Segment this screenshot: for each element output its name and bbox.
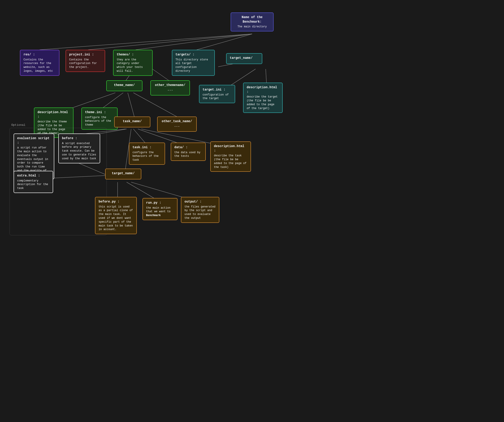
optional-label: Optional [11, 123, 25, 127]
data-node: data/ : the data used by the tests [171, 143, 206, 161]
before-py-node: before.py : this script is used as a par… [95, 197, 137, 234]
project-ini-node: project.ini : Contains the configuration… [66, 50, 105, 72]
before-node: before : A script executed before any pr… [58, 134, 100, 163]
desc-task-node: description.html : describe the task (th… [210, 141, 251, 172]
themes-node: themes/ : they are the category under wh… [113, 50, 153, 76]
res-node: res/ : Contains the resources for the we… [20, 50, 60, 76]
svg-line-11 [128, 93, 135, 118]
svg-line-21 [131, 182, 186, 198]
targets-node: targets/ : This directory store all targ… [172, 50, 215, 76]
svg-line-2 [136, 34, 252, 50]
theme-name-node: theme_name/ [106, 80, 143, 91]
other-task-name-node: other_task_name/ ... [157, 116, 197, 132]
svg-line-20 [127, 182, 154, 198]
svg-line-1 [88, 34, 252, 50]
svg-line-0 [40, 34, 252, 50]
theme-ini-node: theme.ini : configure the behaviors of t… [81, 107, 118, 130]
svg-line-9 [70, 93, 115, 109]
svg-line-12 [133, 93, 179, 118]
svg-line-3 [197, 34, 252, 50]
other-theme-name-node: other_themename/ ... [150, 80, 190, 96]
task-ini-node: task.ini : configure the behaviors of th… [129, 143, 165, 165]
root-node: Name of the Benchmark: The main director… [231, 12, 274, 31]
task-name-node: task_name/ [114, 116, 150, 127]
run-py-node: run.py : the main action that we want to… [143, 198, 178, 220]
output-node: output/ : the files generated by the scr… [181, 197, 219, 223]
svg-line-10 [102, 93, 123, 109]
target-ini-node: target.ini : configuration of the target [199, 85, 235, 103]
extra-html-node: extra.html : complementary description f… [14, 171, 53, 193]
target-name-mid-node: target_name/ [105, 169, 141, 179]
svg-line-13 [133, 129, 146, 144]
desc-target-node: description.html : describe the target (… [243, 83, 283, 113]
target-name-top-node: target_name/ [226, 53, 262, 64]
